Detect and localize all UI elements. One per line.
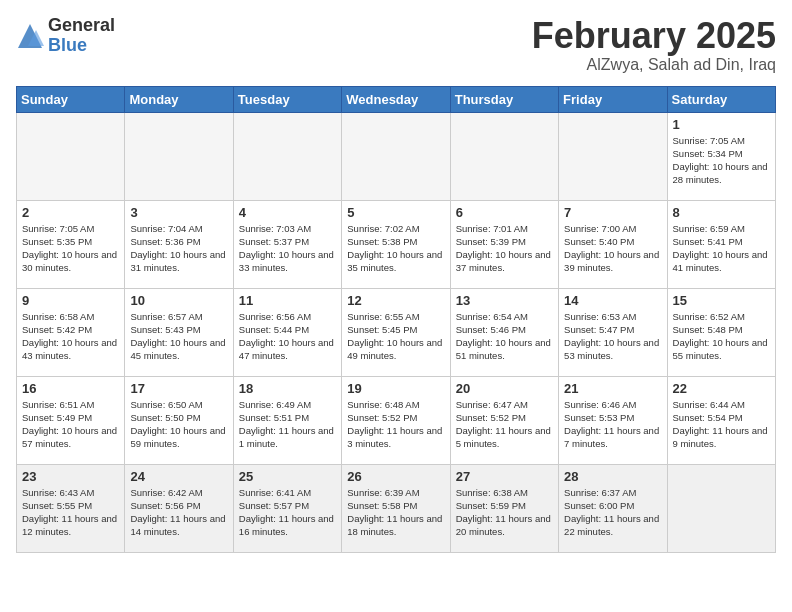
day-info: Sunrise: 6:56 AM Sunset: 5:44 PM Dayligh…: [239, 310, 336, 363]
day-number: 23: [22, 469, 119, 484]
calendar-cell: 9Sunrise: 6:58 AM Sunset: 5:42 PM Daylig…: [17, 288, 125, 376]
calendar-cell: 5Sunrise: 7:02 AM Sunset: 5:38 PM Daylig…: [342, 200, 450, 288]
calendar-cell: 20Sunrise: 6:47 AM Sunset: 5:52 PM Dayli…: [450, 376, 558, 464]
day-info: Sunrise: 6:43 AM Sunset: 5:55 PM Dayligh…: [22, 486, 119, 539]
calendar-cell: 25Sunrise: 6:41 AM Sunset: 5:57 PM Dayli…: [233, 464, 341, 552]
calendar-cell: [17, 112, 125, 200]
day-info: Sunrise: 6:44 AM Sunset: 5:54 PM Dayligh…: [673, 398, 770, 451]
day-info: Sunrise: 6:50 AM Sunset: 5:50 PM Dayligh…: [130, 398, 227, 451]
calendar-cell: 27Sunrise: 6:38 AM Sunset: 5:59 PM Dayli…: [450, 464, 558, 552]
calendar-cell: 24Sunrise: 6:42 AM Sunset: 5:56 PM Dayli…: [125, 464, 233, 552]
day-number: 11: [239, 293, 336, 308]
day-number: 12: [347, 293, 444, 308]
calendar-cell: 15Sunrise: 6:52 AM Sunset: 5:48 PM Dayli…: [667, 288, 775, 376]
week-row-5: 23Sunrise: 6:43 AM Sunset: 5:55 PM Dayli…: [17, 464, 776, 552]
day-number: 26: [347, 469, 444, 484]
day-info: Sunrise: 6:41 AM Sunset: 5:57 PM Dayligh…: [239, 486, 336, 539]
day-number: 14: [564, 293, 661, 308]
day-number: 10: [130, 293, 227, 308]
calendar-cell: 1Sunrise: 7:05 AM Sunset: 5:34 PM Daylig…: [667, 112, 775, 200]
calendar-cell: 28Sunrise: 6:37 AM Sunset: 6:00 PM Dayli…: [559, 464, 667, 552]
weekday-header-friday: Friday: [559, 86, 667, 112]
day-number: 13: [456, 293, 553, 308]
calendar-cell: [342, 112, 450, 200]
calendar-subtitle: AlZwya, Salah ad Din, Iraq: [532, 56, 776, 74]
calendar-cell: 19Sunrise: 6:48 AM Sunset: 5:52 PM Dayli…: [342, 376, 450, 464]
week-row-4: 16Sunrise: 6:51 AM Sunset: 5:49 PM Dayli…: [17, 376, 776, 464]
day-info: Sunrise: 7:00 AM Sunset: 5:40 PM Dayligh…: [564, 222, 661, 275]
calendar-cell: [450, 112, 558, 200]
calendar-cell: 7Sunrise: 7:00 AM Sunset: 5:40 PM Daylig…: [559, 200, 667, 288]
weekday-header-saturday: Saturday: [667, 86, 775, 112]
day-number: 25: [239, 469, 336, 484]
calendar-cell: 18Sunrise: 6:49 AM Sunset: 5:51 PM Dayli…: [233, 376, 341, 464]
calendar-cell: [125, 112, 233, 200]
weekday-header-sunday: Sunday: [17, 86, 125, 112]
logo-general: General: [48, 16, 115, 36]
day-info: Sunrise: 7:04 AM Sunset: 5:36 PM Dayligh…: [130, 222, 227, 275]
calendar-cell: 4Sunrise: 7:03 AM Sunset: 5:37 PM Daylig…: [233, 200, 341, 288]
day-info: Sunrise: 6:59 AM Sunset: 5:41 PM Dayligh…: [673, 222, 770, 275]
calendar-cell: 16Sunrise: 6:51 AM Sunset: 5:49 PM Dayli…: [17, 376, 125, 464]
day-number: 7: [564, 205, 661, 220]
day-number: 20: [456, 381, 553, 396]
day-number: 5: [347, 205, 444, 220]
day-number: 1: [673, 117, 770, 132]
logo-text: General Blue: [48, 16, 115, 56]
calendar-table: SundayMondayTuesdayWednesdayThursdayFrid…: [16, 86, 776, 553]
calendar-cell: 23Sunrise: 6:43 AM Sunset: 5:55 PM Dayli…: [17, 464, 125, 552]
calendar-cell: 8Sunrise: 6:59 AM Sunset: 5:41 PM Daylig…: [667, 200, 775, 288]
calendar-cell: 21Sunrise: 6:46 AM Sunset: 5:53 PM Dayli…: [559, 376, 667, 464]
calendar-cell: 6Sunrise: 7:01 AM Sunset: 5:39 PM Daylig…: [450, 200, 558, 288]
day-info: Sunrise: 6:49 AM Sunset: 5:51 PM Dayligh…: [239, 398, 336, 451]
calendar-cell: 17Sunrise: 6:50 AM Sunset: 5:50 PM Dayli…: [125, 376, 233, 464]
day-info: Sunrise: 6:53 AM Sunset: 5:47 PM Dayligh…: [564, 310, 661, 363]
day-info: Sunrise: 6:58 AM Sunset: 5:42 PM Dayligh…: [22, 310, 119, 363]
day-number: 3: [130, 205, 227, 220]
day-number: 8: [673, 205, 770, 220]
day-number: 22: [673, 381, 770, 396]
day-number: 15: [673, 293, 770, 308]
day-info: Sunrise: 6:46 AM Sunset: 5:53 PM Dayligh…: [564, 398, 661, 451]
week-row-1: 1Sunrise: 7:05 AM Sunset: 5:34 PM Daylig…: [17, 112, 776, 200]
calendar-cell: 14Sunrise: 6:53 AM Sunset: 5:47 PM Dayli…: [559, 288, 667, 376]
day-number: 18: [239, 381, 336, 396]
calendar-cell: 2Sunrise: 7:05 AM Sunset: 5:35 PM Daylig…: [17, 200, 125, 288]
day-number: 21: [564, 381, 661, 396]
calendar-cell: 13Sunrise: 6:54 AM Sunset: 5:46 PM Dayli…: [450, 288, 558, 376]
day-number: 27: [456, 469, 553, 484]
day-info: Sunrise: 6:38 AM Sunset: 5:59 PM Dayligh…: [456, 486, 553, 539]
logo: General Blue: [16, 16, 115, 56]
calendar-cell: 26Sunrise: 6:39 AM Sunset: 5:58 PM Dayli…: [342, 464, 450, 552]
day-number: 9: [22, 293, 119, 308]
week-row-3: 9Sunrise: 6:58 AM Sunset: 5:42 PM Daylig…: [17, 288, 776, 376]
logo-icon: [16, 22, 44, 50]
day-info: Sunrise: 6:42 AM Sunset: 5:56 PM Dayligh…: [130, 486, 227, 539]
calendar-cell: 10Sunrise: 6:57 AM Sunset: 5:43 PM Dayli…: [125, 288, 233, 376]
weekday-header-monday: Monday: [125, 86, 233, 112]
weekday-header-wednesday: Wednesday: [342, 86, 450, 112]
week-row-2: 2Sunrise: 7:05 AM Sunset: 5:35 PM Daylig…: [17, 200, 776, 288]
title-area: February 2025 AlZwya, Salah ad Din, Iraq: [532, 16, 776, 74]
calendar-cell: [233, 112, 341, 200]
day-info: Sunrise: 7:03 AM Sunset: 5:37 PM Dayligh…: [239, 222, 336, 275]
day-number: 4: [239, 205, 336, 220]
calendar-title: February 2025: [532, 16, 776, 56]
calendar-cell: 22Sunrise: 6:44 AM Sunset: 5:54 PM Dayli…: [667, 376, 775, 464]
day-number: 16: [22, 381, 119, 396]
day-info: Sunrise: 6:57 AM Sunset: 5:43 PM Dayligh…: [130, 310, 227, 363]
calendar-cell: 12Sunrise: 6:55 AM Sunset: 5:45 PM Dayli…: [342, 288, 450, 376]
day-info: Sunrise: 6:52 AM Sunset: 5:48 PM Dayligh…: [673, 310, 770, 363]
day-info: Sunrise: 6:37 AM Sunset: 6:00 PM Dayligh…: [564, 486, 661, 539]
day-info: Sunrise: 6:47 AM Sunset: 5:52 PM Dayligh…: [456, 398, 553, 451]
day-number: 28: [564, 469, 661, 484]
day-info: Sunrise: 7:05 AM Sunset: 5:35 PM Dayligh…: [22, 222, 119, 275]
day-info: Sunrise: 6:51 AM Sunset: 5:49 PM Dayligh…: [22, 398, 119, 451]
day-info: Sunrise: 6:39 AM Sunset: 5:58 PM Dayligh…: [347, 486, 444, 539]
weekday-header-row: SundayMondayTuesdayWednesdayThursdayFrid…: [17, 86, 776, 112]
day-number: 6: [456, 205, 553, 220]
weekday-header-tuesday: Tuesday: [233, 86, 341, 112]
day-number: 19: [347, 381, 444, 396]
calendar-cell: [559, 112, 667, 200]
day-number: 17: [130, 381, 227, 396]
